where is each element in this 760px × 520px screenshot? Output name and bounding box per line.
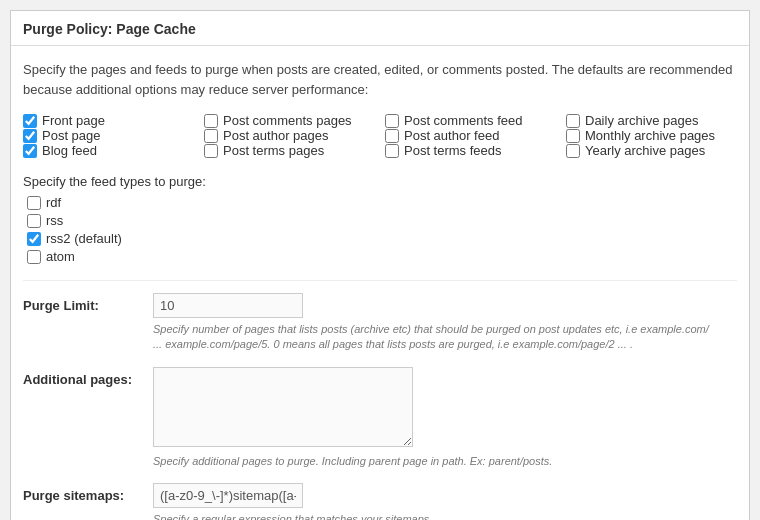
checkbox-label-daily-archive: Daily archive pages: [585, 113, 698, 128]
checkbox-item-daily-archive: Daily archive pages: [566, 113, 737, 128]
feed-type-rss-label: rss: [46, 213, 63, 228]
checkbox-label-post-comments-feed: Post comments feed: [404, 113, 523, 128]
checkbox-item-front-page: Front page: [23, 113, 194, 128]
checkbox-item-blog-feed: Blog feed: [23, 143, 194, 158]
feed-type-rdf-label: rdf: [46, 195, 61, 210]
purge-limit-help: Specify number of pages that lists posts…: [153, 322, 713, 353]
purge-sitemaps-label: Purge sitemaps:: [23, 483, 153, 503]
checkbox-label-monthly-archive: Monthly archive pages: [585, 128, 715, 143]
checkbox-post-terms-feeds[interactable]: [385, 144, 399, 158]
checkbox-rdf[interactable]: [27, 196, 41, 210]
checkbox-grid: Front page Post page Blog feed Post comm…: [23, 113, 737, 158]
checkbox-item-post-terms-pages: Post terms pages: [204, 143, 375, 158]
feed-type-rdf: rdf: [27, 195, 737, 210]
feed-type-rss2-label: rss2 (default): [46, 231, 122, 246]
checkbox-item-post-author-pages: Post author pages: [204, 128, 375, 143]
checkbox-rss2[interactable]: [27, 232, 41, 246]
purge-sitemaps-input[interactable]: [153, 483, 303, 508]
checkbox-label-post-author-feed: Post author feed: [404, 128, 499, 143]
purge-limit-field: Specify number of pages that lists posts…: [153, 293, 737, 353]
checkbox-item-post-comments-pages: Post comments pages: [204, 113, 375, 128]
checkbox-blog-feed[interactable]: [23, 144, 37, 158]
checkbox-post-author-pages[interactable]: [204, 129, 218, 143]
checkbox-label-yearly-archive: Yearly archive pages: [585, 143, 705, 158]
checkbox-front-page[interactable]: [23, 114, 37, 128]
checkbox-item-post-terms-feeds: Post terms feeds: [385, 143, 556, 158]
page-title: Purge Policy: Page Cache: [11, 11, 749, 46]
checkbox-col2: Post comments pages Post author pages Po…: [204, 113, 375, 158]
checkbox-col4: Daily archive pages Monthly archive page…: [566, 113, 737, 158]
checkbox-item-yearly-archive: Yearly archive pages: [566, 143, 737, 158]
checkbox-post-page[interactable]: [23, 129, 37, 143]
checkbox-post-terms-pages[interactable]: [204, 144, 218, 158]
checkbox-label-post-terms-feeds: Post terms feeds: [404, 143, 502, 158]
checkbox-post-comments-pages[interactable]: [204, 114, 218, 128]
checkbox-rss[interactable]: [27, 214, 41, 228]
feed-type-rss: rss: [27, 213, 737, 228]
additional-pages-textarea[interactable]: [153, 367, 413, 447]
additional-pages-label: Additional pages:: [23, 367, 153, 387]
checkbox-item-post-page: Post page: [23, 128, 194, 143]
checkbox-label-post-page: Post page: [42, 128, 101, 143]
checkbox-post-comments-feed[interactable]: [385, 114, 399, 128]
feed-types-label: Specify the feed types to purge:: [23, 174, 737, 189]
checkbox-monthly-archive[interactable]: [566, 129, 580, 143]
checkbox-post-author-feed[interactable]: [385, 129, 399, 143]
intro-text: Specify the pages and feeds to purge whe…: [23, 60, 737, 99]
purge-sitemaps-row: Purge sitemaps: Specify a regular expres…: [23, 483, 737, 520]
additional-pages-field: Specify additional pages to purge. Inclu…: [153, 367, 737, 469]
checkbox-label-post-author-pages: Post author pages: [223, 128, 329, 143]
additional-pages-row: Additional pages: Specify additional pag…: [23, 367, 737, 469]
feed-types-section: Specify the feed types to purge: rdf rss…: [23, 174, 737, 264]
purge-sitemaps-field: Specify a regular expression that matche…: [153, 483, 737, 520]
purge-limit-row: Purge Limit: Specify number of pages tha…: [23, 293, 737, 353]
checkbox-col3: Post comments feed Post author feed Post…: [385, 113, 556, 158]
checkbox-item-monthly-archive: Monthly archive pages: [566, 128, 737, 143]
feed-type-rss2: rss2 (default): [27, 231, 737, 246]
checkbox-label-post-comments-pages: Post comments pages: [223, 113, 352, 128]
purge-limit-input[interactable]: [153, 293, 303, 318]
feed-types-list: rdf rss rss2 (default) atom: [23, 195, 737, 264]
content: Specify the pages and feeds to purge whe…: [11, 46, 749, 520]
checkbox-atom[interactable]: [27, 250, 41, 264]
purge-sitemaps-help: Specify a regular expression that matche…: [153, 512, 713, 520]
page-wrap: Purge Policy: Page Cache Specify the pag…: [10, 10, 750, 520]
purge-limit-label: Purge Limit:: [23, 293, 153, 313]
checkbox-label-post-terms-pages: Post terms pages: [223, 143, 324, 158]
checkbox-col1: Front page Post page Blog feed: [23, 113, 194, 158]
checkbox-item-post-comments-feed: Post comments feed: [385, 113, 556, 128]
feed-type-atom-label: atom: [46, 249, 75, 264]
checkbox-daily-archive[interactable]: [566, 114, 580, 128]
feed-type-atom: atom: [27, 249, 737, 264]
checkbox-label-blog-feed: Blog feed: [42, 143, 97, 158]
checkbox-item-post-author-feed: Post author feed: [385, 128, 556, 143]
checkbox-yearly-archive[interactable]: [566, 144, 580, 158]
additional-pages-help: Specify additional pages to purge. Inclu…: [153, 454, 713, 469]
checkbox-label-front-page: Front page: [42, 113, 105, 128]
divider1: [23, 280, 737, 281]
